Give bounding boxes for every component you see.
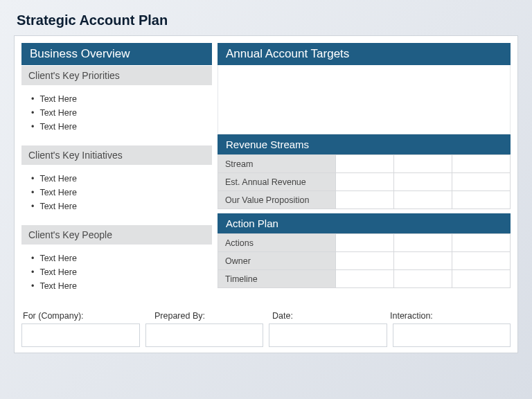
table-row: Stream: [218, 155, 511, 173]
cell: [394, 234, 452, 252]
list-item: Text Here: [31, 92, 208, 106]
meta-interaction-label: Interaction:: [390, 311, 509, 321]
cell: [452, 155, 511, 173]
cell: [452, 173, 511, 191]
list-item: Text Here: [31, 172, 208, 186]
cell: [452, 252, 511, 270]
initiatives-list: Text Here Text Here Text Here: [21, 165, 212, 224]
table-row: Est. Annual Revenue: [218, 173, 511, 191]
list-item: Text Here: [31, 200, 208, 213]
initiatives-header: Client's Key Initiatives: [21, 145, 212, 165]
cell: [336, 234, 394, 252]
table-row: Actions: [218, 234, 511, 252]
cell: [394, 173, 452, 191]
table-row: Owner: [218, 252, 511, 270]
table-row: Timeline: [218, 270, 511, 288]
business-overview-header: Business Overview: [21, 43, 212, 65]
cell: [336, 270, 394, 288]
action-table: Actions Owner Timeline: [218, 233, 511, 288]
meta-date-box: [269, 323, 387, 347]
table-row: Our Value Proposition: [218, 191, 511, 209]
row-label: Timeline: [218, 270, 336, 288]
page-title: Strategic Account Plan: [17, 12, 518, 28]
meta-date-label: Date:: [272, 311, 390, 321]
people-list: Text Here Text Here Text Here: [21, 245, 212, 304]
list-item: Text Here: [31, 106, 208, 120]
row-label: Owner: [218, 252, 336, 270]
targets-header: Annual Account Targets: [218, 43, 511, 65]
cell: [336, 252, 394, 270]
action-header: Action Plan: [218, 213, 511, 233]
right-column: Annual Account Targets Revenue Streams S…: [218, 43, 511, 304]
meta-company-box: [21, 323, 140, 347]
cell: [452, 234, 511, 252]
cell: [336, 173, 394, 191]
business-overview-column: Business Overview Client's Key Prioritie…: [21, 43, 212, 304]
people-header: Client's Key People: [21, 224, 212, 245]
meta-prepared-box: [145, 323, 264, 347]
row-label: Our Value Proposition: [218, 191, 336, 209]
list-item: Text Here: [31, 265, 208, 279]
list-item: Text Here: [31, 251, 208, 265]
content-panel: Business Overview Client's Key Prioritie…: [14, 35, 518, 353]
cell: [336, 155, 394, 173]
meta-interaction-box: [393, 323, 511, 347]
cell: [394, 191, 452, 209]
revenue-header: Revenue Streams: [218, 134, 511, 154]
priorities-header: Client's Key Priorities: [21, 65, 212, 85]
revenue-table: Stream Est. Annual Revenue Our Value Pro…: [218, 154, 511, 209]
priorities-list: Text Here Text Here Text Here: [21, 85, 212, 145]
row-label: Est. Annual Revenue: [218, 173, 336, 191]
list-item: Text Here: [31, 186, 208, 200]
list-item: Text Here: [31, 279, 208, 293]
targets-blank-area: [218, 65, 511, 134]
cell: [394, 155, 452, 173]
meta-company-label: For (Company):: [23, 311, 154, 321]
meta-section: For (Company): Prepared By: Date: Intera…: [21, 311, 511, 347]
cell: [394, 252, 452, 270]
meta-prepared-label: Prepared By:: [154, 311, 272, 321]
cell: [394, 270, 452, 288]
cell: [452, 270, 511, 288]
list-item: Text Here: [31, 120, 208, 134]
row-label: Actions: [218, 234, 336, 252]
cell: [336, 191, 394, 209]
cell: [452, 191, 511, 209]
row-label: Stream: [218, 155, 336, 173]
